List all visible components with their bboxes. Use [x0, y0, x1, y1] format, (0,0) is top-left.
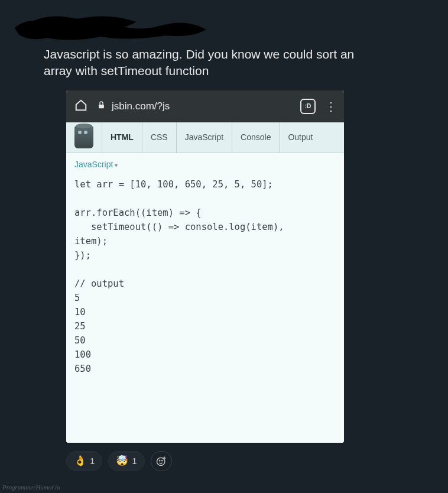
reaction-mind-blown[interactable]: 🤯 1	[108, 451, 144, 471]
svg-rect-0	[99, 105, 104, 108]
redacted-scribble	[12, 11, 207, 40]
kebab-menu-icon[interactable]: ⋮	[325, 99, 336, 113]
tab-javascript[interactable]: JavaScript	[176, 122, 232, 153]
language-dropdown[interactable]: JavaScript	[74, 160, 118, 169]
browser-chrome-bar: jsbin.com/?js :D ⋮	[66, 90, 344, 122]
home-icon[interactable]	[74, 99, 87, 114]
ok-hand-icon: 👌	[74, 456, 86, 466]
watermark: ProgrammerHumor.io	[2, 484, 60, 491]
code-editor[interactable]: JavaScript let arr = [10, 100, 650, 25, …	[66, 153, 344, 443]
lock-icon	[97, 100, 106, 112]
reaction-ok-hand[interactable]: 👌 1	[66, 451, 102, 471]
svg-point-3	[161, 460, 162, 460]
url-bar[interactable]: jsbin.com/?js	[97, 100, 291, 112]
add-reaction-button[interactable]	[151, 451, 172, 471]
embedded-screenshot: jsbin.com/?js :D ⋮ HTML CSS JavaScript C…	[66, 90, 344, 443]
tab-html[interactable]: HTML	[102, 122, 142, 153]
jsbin-tabs: HTML CSS JavaScript Console Output	[102, 122, 344, 153]
reaction-count: 1	[90, 456, 95, 466]
tabs-button[interactable]: :D	[300, 99, 316, 114]
tab-console[interactable]: Console	[232, 122, 279, 153]
reaction-bar: 👌 1 🤯 1	[0, 443, 448, 471]
svg-point-1	[157, 458, 164, 465]
tab-css[interactable]: CSS	[142, 122, 176, 153]
mind-blown-icon: 🤯	[116, 456, 128, 466]
code-content: let arr = [10, 100, 650, 25, 5, 50]; arr…	[74, 177, 336, 376]
svg-point-2	[159, 460, 160, 460]
reaction-count: 1	[132, 456, 137, 466]
url-text: jsbin.com/?js	[112, 100, 170, 112]
jsbin-toolbar: HTML CSS JavaScript Console Output	[66, 122, 344, 153]
jsbin-logo[interactable]	[66, 122, 102, 153]
tab-output[interactable]: Output	[279, 122, 321, 153]
